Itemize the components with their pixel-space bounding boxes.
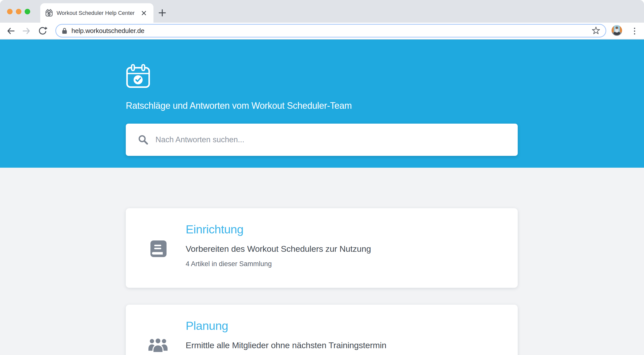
- people-icon: [148, 337, 168, 352]
- collections-list: Einrichtung Vorbereiten des Workout Sche…: [0, 168, 644, 355]
- calendar-check-logo-icon: [126, 64, 150, 89]
- hero-title: Ratschläge und Antworten vom Workout Sch…: [126, 100, 352, 111]
- collection-title[interactable]: Einrichtung: [186, 222, 244, 236]
- window-controls: [7, 9, 30, 14]
- collection-description: Vorbereiten des Workout Schedulers zur N…: [186, 244, 371, 254]
- tab-close-icon[interactable]: [141, 10, 147, 16]
- bookmark-star-icon[interactable]: [591, 26, 600, 35]
- collection-meta: 4 Artikel in dieser Sammlung: [186, 260, 272, 268]
- browser-menu-icon[interactable]: [632, 26, 637, 36]
- window-close-button[interactable]: [7, 9, 13, 14]
- window-minimize-button[interactable]: [16, 9, 21, 14]
- book-icon: [150, 240, 167, 257]
- tab-favicon-calendar-icon: [45, 9, 53, 17]
- collection-description: Ermittle alle Mitglieder ohne nächsten T…: [186, 340, 386, 350]
- profile-avatar[interactable]: [612, 25, 622, 36]
- tab-strip: Workout Scheduler Help Center: [0, 0, 644, 23]
- collection-title[interactable]: Planung: [186, 319, 228, 333]
- tab-title: Workout Scheduler Help Center: [57, 10, 135, 16]
- back-button[interactable]: [6, 26, 16, 36]
- search-input[interactable]: [155, 132, 518, 147]
- browser-tab[interactable]: Workout Scheduler Help Center: [40, 3, 153, 23]
- reload-button[interactable]: [38, 26, 47, 36]
- browser-window: Workout Scheduler Help Center: [0, 0, 644, 355]
- hero-header: Ratschläge und Antworten vom Workout Sch…: [0, 40, 644, 168]
- search-icon: [138, 134, 148, 145]
- collection-card-planung[interactable]: Planung Ermittle alle Mitglieder ohne nä…: [126, 305, 518, 355]
- forward-button[interactable]: [22, 26, 31, 36]
- url-text: help.workoutscheduler.de: [71, 27, 144, 35]
- browser-toolbar: help.workoutscheduler.de: [0, 23, 644, 40]
- address-bar[interactable]: help.workoutscheduler.de: [55, 24, 606, 38]
- help-center-page: Ratschläge und Antworten vom Workout Sch…: [0, 40, 644, 355]
- collection-card-einrichtung[interactable]: Einrichtung Vorbereiten des Workout Sche…: [126, 208, 518, 288]
- new-tab-button[interactable]: [158, 9, 166, 17]
- search-box[interactable]: [126, 124, 518, 156]
- window-zoom-button[interactable]: [25, 9, 30, 14]
- lock-icon: [62, 27, 67, 34]
